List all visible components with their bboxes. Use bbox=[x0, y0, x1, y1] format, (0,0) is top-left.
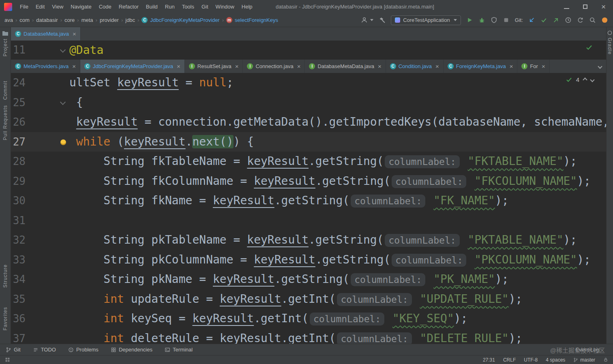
file-encoding[interactable]: UTF-8 bbox=[524, 357, 538, 363]
history-icon[interactable] bbox=[565, 17, 572, 24]
toolwindow-dependencies[interactable]: Dependencies bbox=[111, 347, 152, 353]
menu-item-run[interactable]: Run bbox=[161, 0, 178, 13]
close-icon[interactable]: × bbox=[542, 63, 545, 69]
intention-bulb-icon[interactable] bbox=[60, 139, 66, 145]
editor-tab[interactable]: CCondition.java× bbox=[386, 60, 444, 73]
close-icon[interactable]: × bbox=[297, 63, 301, 69]
build-hammer-icon[interactable] bbox=[379, 17, 386, 24]
code-line[interactable]: 25{ bbox=[11, 93, 606, 113]
menu-item-view[interactable]: View bbox=[48, 0, 67, 13]
toolwindow-git[interactable]: Git bbox=[6, 347, 21, 353]
rollback-icon[interactable] bbox=[577, 17, 584, 24]
lock-icon[interactable] bbox=[603, 357, 608, 362]
user-icon[interactable] bbox=[361, 17, 368, 24]
editor-tab[interactable]: IConnection.java× bbox=[243, 60, 305, 73]
menu-item-code[interactable]: Code bbox=[95, 0, 115, 13]
editor[interactable]: 4 24ultSet keyResult = null;25{26keyResu… bbox=[11, 73, 606, 344]
menu-item-window[interactable]: Window bbox=[212, 0, 238, 13]
stop-button[interactable] bbox=[503, 17, 510, 24]
close-icon[interactable]: × bbox=[235, 63, 239, 69]
toolwindow-project[interactable]: Project bbox=[2, 39, 8, 56]
code-line[interactable]: 31 bbox=[11, 211, 606, 231]
previous-problem-icon[interactable] bbox=[583, 77, 587, 82]
gradle-icon[interactable] bbox=[607, 30, 612, 35]
breadcrumb-segment[interactable]: jdbc bbox=[124, 17, 136, 23]
close-icon[interactable]: × bbox=[177, 63, 180, 69]
menu-item-help[interactable]: Help bbox=[238, 0, 256, 13]
editor-tab[interactable]: IResultSet.java× bbox=[185, 60, 243, 73]
menu-item-build[interactable]: Build bbox=[142, 0, 161, 13]
menu-item-git[interactable]: Git bbox=[198, 0, 212, 13]
breadcrumb-segment[interactable]: provider bbox=[99, 17, 120, 23]
code-line[interactable]: 11@Data bbox=[11, 41, 606, 60]
menu-item-navigate[interactable]: Navigate bbox=[67, 0, 95, 13]
toolwindow-problems[interactable]: Problems bbox=[68, 347, 99, 353]
editor-tab[interactable]: C DatabaseMeta.java × bbox=[11, 27, 81, 41]
code-line[interactable]: 28String fkTableName = keyResult.getStri… bbox=[11, 152, 606, 171]
no-problems-check-icon[interactable] bbox=[586, 45, 592, 50]
breadcrumb-segment[interactable]: ava bbox=[3, 17, 14, 23]
breadcrumb-segment[interactable]: core bbox=[63, 17, 76, 23]
breadcrumb-class[interactable]: JdbcForeignKeyMetaProvider bbox=[149, 17, 221, 23]
next-problem-icon[interactable] bbox=[590, 77, 594, 82]
editor-tab[interactable]: IDatabaseMetaData.java× bbox=[305, 60, 386, 73]
menu-item-tools[interactable]: Tools bbox=[178, 0, 198, 13]
code-line[interactable]: 27while (keyResult.next()) { bbox=[11, 132, 606, 152]
toolwindow-terminal[interactable]: Terminal bbox=[165, 347, 193, 353]
breadcrumb-method[interactable]: selectForeignKeys bbox=[234, 17, 279, 23]
code-line[interactable]: 33String pkColumnName = keyResult.getStr… bbox=[11, 250, 606, 270]
top-editor[interactable]: 11@Data bbox=[11, 41, 606, 60]
fold-marker-icon[interactable] bbox=[60, 99, 66, 106]
code-line[interactable]: 26keyResult = connection.getMetaData().g… bbox=[11, 112, 606, 132]
code-line[interactable]: 24ultSet keyResult = null; bbox=[11, 73, 606, 93]
toolwindow-switcher-icon[interactable] bbox=[5, 357, 10, 362]
breadcrumb-segment[interactable]: meta bbox=[80, 17, 94, 23]
code-line[interactable]: 35int updateRule = keyResult.getInt(colu… bbox=[11, 289, 606, 309]
code-line[interactable]: 36int keySeq = keyResult.getInt(columnLa… bbox=[11, 309, 606, 329]
code-line[interactable]: 29String fkColumnName = keyResult.getStr… bbox=[11, 171, 606, 191]
coverage-button[interactable] bbox=[491, 17, 497, 24]
git-branch-widget[interactable]: master bbox=[573, 357, 595, 363]
toolwindow-pull-requests[interactable]: Pull Requests bbox=[2, 105, 8, 140]
menu-item-refactor[interactable]: Refactor bbox=[115, 0, 142, 13]
chevron-down-icon[interactable] bbox=[370, 19, 373, 21]
maximize-button[interactable] bbox=[583, 4, 587, 9]
editor-tab[interactable]: CJdbcForeignKeyMetaProvider.java× bbox=[80, 60, 185, 73]
breadcrumb-segment[interactable]: databasir bbox=[35, 17, 59, 23]
menu-item-file[interactable]: File bbox=[16, 0, 32, 13]
caret-position[interactable]: 27:31 bbox=[483, 357, 495, 363]
fold-marker-icon[interactable] bbox=[60, 47, 66, 54]
run-button[interactable] bbox=[466, 17, 473, 24]
code-line[interactable]: 30String fkName = keyResult.getString(co… bbox=[11, 191, 606, 211]
run-configuration-select[interactable]: CoreTestApplication bbox=[391, 15, 461, 25]
project-folder-icon[interactable] bbox=[2, 30, 9, 36]
close-icon[interactable]: × bbox=[73, 31, 76, 37]
minimize-button[interactable] bbox=[564, 8, 569, 9]
menu-item-edit[interactable]: Edit bbox=[32, 0, 48, 13]
notifications-icon[interactable] bbox=[601, 17, 608, 24]
close-icon[interactable]: × bbox=[72, 63, 76, 69]
inspections-widget[interactable]: 4 bbox=[566, 76, 594, 83]
close-icon[interactable]: × bbox=[435, 63, 439, 69]
indent-setting[interactable]: 4 spaces bbox=[546, 357, 565, 363]
commit-icon[interactable] bbox=[540, 17, 547, 24]
debug-button[interactable] bbox=[478, 17, 485, 24]
breadcrumb-segment[interactable]: com bbox=[18, 17, 31, 23]
hidden-tabs-button[interactable] bbox=[594, 60, 606, 73]
editor-tab[interactable]: CForeignKeyMeta.java× bbox=[444, 60, 518, 73]
code-line[interactable]: 32String pkTableName = keyResult.getStri… bbox=[11, 230, 606, 250]
toolwindow-commit[interactable]: Commit bbox=[2, 81, 8, 100]
code-line[interactable]: 37int deleteRule = keyResult.getInt(colu… bbox=[11, 329, 606, 344]
toolwindow-favorites[interactable]: Favorites bbox=[2, 307, 8, 330]
line-separator[interactable]: CRLF bbox=[503, 357, 516, 363]
editor-tab[interactable]: CMetaProviders.java× bbox=[11, 60, 80, 73]
code-line[interactable]: 34String pkName = keyResult.getString(co… bbox=[11, 270, 606, 289]
push-icon[interactable] bbox=[553, 17, 559, 24]
close-button[interactable] bbox=[601, 4, 606, 10]
toolwindow-structure[interactable]: Structure bbox=[2, 264, 8, 288]
editor-tab[interactable]: IFor× bbox=[517, 60, 549, 73]
close-icon[interactable]: × bbox=[378, 63, 382, 69]
update-project-icon[interactable] bbox=[528, 17, 535, 24]
search-icon[interactable] bbox=[589, 17, 596, 24]
toolwindow-todo[interactable]: TODO bbox=[33, 347, 56, 353]
